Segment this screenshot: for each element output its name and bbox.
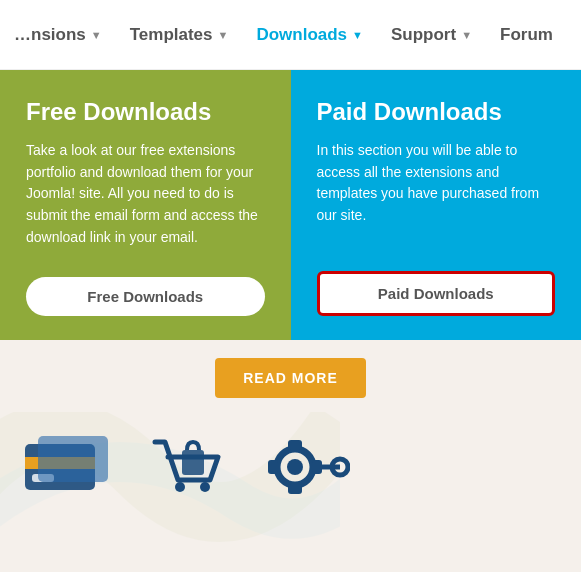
svg-rect-9 <box>288 440 302 450</box>
chevron-icon: ▼ <box>352 29 363 41</box>
nav-item-templates[interactable]: Templates ▼ <box>116 0 243 69</box>
svg-rect-4 <box>182 450 204 475</box>
shopping-cart-icon <box>140 422 230 512</box>
nav-templates-label: Templates <box>130 25 213 45</box>
bottom-area <box>0 412 581 572</box>
credit-card-icon <box>20 422 110 512</box>
download-cards: Free Downloads Take a look at our free e… <box>0 70 581 340</box>
nav-extensions-label: …nsions <box>14 25 86 45</box>
svg-rect-11 <box>268 460 278 474</box>
chevron-icon: ▼ <box>91 29 102 41</box>
gear-icon-card <box>260 422 350 512</box>
nav-item-support[interactable]: Support ▼ <box>377 0 486 69</box>
paid-card-description: In this section you will be able to acce… <box>317 140 556 227</box>
read-more-button[interactable]: READ MORE <box>215 358 366 398</box>
nav-support-label: Support <box>391 25 456 45</box>
paid-downloads-button[interactable]: Paid Downloads <box>317 271 556 316</box>
free-downloads-button[interactable]: Free Downloads <box>26 277 265 316</box>
nav-downloads-label: Downloads <box>256 25 347 45</box>
credit-card-icon-card <box>20 422 110 512</box>
svg-point-6 <box>200 482 210 492</box>
icon-area <box>0 422 581 512</box>
svg-rect-3 <box>38 436 108 482</box>
free-card-title: Free Downloads <box>26 98 265 126</box>
read-more-section: READ MORE <box>0 340 581 412</box>
nav-item-extensions[interactable]: …nsions ▼ <box>0 0 116 69</box>
nav-item-downloads[interactable]: Downloads ▼ <box>242 0 377 69</box>
nav-item-forum[interactable]: Forum <box>486 0 567 69</box>
navbar: …nsions ▼ Templates ▼ Downloads ▼ Suppor… <box>0 0 581 70</box>
free-downloads-card: Free Downloads Take a look at our free e… <box>0 70 291 340</box>
paid-card-title: Paid Downloads <box>317 98 556 126</box>
svg-point-5 <box>175 482 185 492</box>
paid-downloads-card: Paid Downloads In this section you will … <box>291 70 582 340</box>
settings-icon <box>260 422 350 512</box>
shopping-cart-icon-card <box>140 422 230 512</box>
free-card-description: Take a look at our free extensions portf… <box>26 140 265 248</box>
svg-rect-10 <box>288 484 302 494</box>
nav-forum-label: Forum <box>500 25 553 45</box>
svg-point-8 <box>287 459 303 475</box>
chevron-icon: ▼ <box>218 29 229 41</box>
chevron-icon: ▼ <box>461 29 472 41</box>
